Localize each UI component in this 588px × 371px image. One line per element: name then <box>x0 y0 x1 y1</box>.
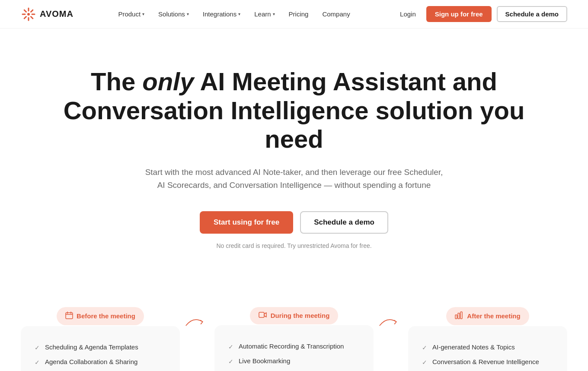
svg-rect-15 <box>458 313 460 319</box>
card-after: After the meeting ✓ AI-generated Notes &… <box>408 301 567 371</box>
after-badge: After the meeting <box>446 307 529 325</box>
logo-icon <box>21 6 36 22</box>
after-item-1: AI-generated Notes & Topics <box>432 343 515 351</box>
hero-section: The only AI Meeting Assistant and Conver… <box>35 29 553 275</box>
before-badge: Before the meeting <box>57 307 144 325</box>
solutions-chevron-icon: ▾ <box>187 12 189 16</box>
svg-rect-13 <box>259 312 264 317</box>
list-item: ✓ AI-generated Notes & Topics <box>422 343 553 351</box>
check-icon: ✓ <box>422 359 427 366</box>
nav-integrations[interactable]: Integrations ▾ <box>203 10 240 18</box>
arrow-1 <box>180 307 214 330</box>
nav-links: Product ▾ Solutions ▾ Integrations ▾ Lea… <box>118 10 350 18</box>
hero-title: The only AI Meeting Assistant and Conver… <box>55 67 533 154</box>
before-item-2: Agenda Collaboration & Sharing <box>45 358 137 365</box>
nav-solutions[interactable]: Solutions ▾ <box>158 10 189 18</box>
start-free-button[interactable]: Start using for free <box>200 211 293 234</box>
nav-actions: Login Sign up for free Schedule a demo <box>395 6 567 22</box>
learn-chevron-icon: ▾ <box>273 12 275 16</box>
list-item: ✓ Conversation & Revenue Intelligence <box>422 358 553 366</box>
feature-cards: Before the meeting ✓ Scheduling & Agenda… <box>0 275 588 371</box>
during-item-1: Automatic Recording & Transcription <box>239 342 344 350</box>
after-card-body: ✓ AI-generated Notes & Topics ✓ Conversa… <box>408 326 567 371</box>
nav-learn[interactable]: Learn ▾ <box>254 10 275 18</box>
after-item-2: Conversation & Revenue Intelligence <box>432 358 539 365</box>
during-card-body: ✓ Automatic Recording & Transcription ✓ … <box>214 325 374 371</box>
logo-text: AVOMA <box>40 9 74 19</box>
check-icon: ✓ <box>228 343 233 350</box>
check-icon: ✓ <box>35 344 40 351</box>
arrow-icon <box>378 313 404 330</box>
list-item: ✓ Live Bookmarking <box>228 357 360 365</box>
video-icon <box>259 311 267 320</box>
before-item-1: Scheduling & Agenda Templates <box>45 343 138 351</box>
nav-product[interactable]: Product ▾ <box>118 10 144 18</box>
during-badge: During the meeting <box>250 307 339 324</box>
logo[interactable]: AVOMA <box>21 6 74 22</box>
arrow-2 <box>374 307 408 330</box>
nav-pricing[interactable]: Pricing <box>289 10 309 18</box>
check-icon: ✓ <box>35 359 40 366</box>
check-icon: ✓ <box>228 358 233 365</box>
product-chevron-icon: ▾ <box>142 12 144 16</box>
svg-line-8 <box>24 16 26 18</box>
calendar-icon <box>65 311 73 321</box>
before-card-body: ✓ Scheduling & Agenda Templates ✓ Agenda… <box>21 326 180 371</box>
svg-line-5 <box>24 10 26 12</box>
during-badge-label: During the meeting <box>271 312 330 319</box>
svg-rect-9 <box>66 313 73 319</box>
hero-subtitle: Start with the most advanced AI Note-tak… <box>143 166 445 192</box>
list-item: ✓ Agenda Collaboration & Sharing <box>35 358 166 366</box>
svg-rect-14 <box>455 315 457 319</box>
svg-rect-16 <box>460 312 462 319</box>
chart-icon <box>455 311 463 321</box>
svg-line-7 <box>31 10 33 12</box>
integrations-chevron-icon: ▾ <box>238 12 240 16</box>
list-item: ✓ Automatic Recording & Transcription <box>228 342 360 350</box>
svg-line-6 <box>31 16 33 18</box>
hero-buttons: Start using for free Schedule a demo <box>55 211 533 234</box>
after-badge-label: After the meeting <box>467 312 520 320</box>
login-button[interactable]: Login <box>395 7 421 21</box>
schedule-demo-button[interactable]: Schedule a demo <box>300 211 388 234</box>
before-badge-label: Before the meeting <box>77 312 135 320</box>
schedule-demo-nav-button[interactable]: Schedule a demo <box>497 6 567 22</box>
hero-note: No credit card is required. Try unrestri… <box>55 242 533 249</box>
check-icon: ✓ <box>422 344 427 351</box>
during-item-2: Live Bookmarking <box>239 357 290 365</box>
nav-company[interactable]: Company <box>322 10 350 18</box>
navbar: AVOMA Product ▾ Solutions ▾ Integrations… <box>0 0 588 29</box>
list-item: ✓ Scheduling & Agenda Templates <box>35 343 166 351</box>
svg-point-0 <box>27 13 30 16</box>
signup-button[interactable]: Sign up for free <box>426 6 492 22</box>
card-during: During the meeting ✓ Automatic Recording… <box>214 301 374 371</box>
card-before: Before the meeting ✓ Scheduling & Agenda… <box>21 301 180 371</box>
arrow-icon <box>184 313 210 330</box>
